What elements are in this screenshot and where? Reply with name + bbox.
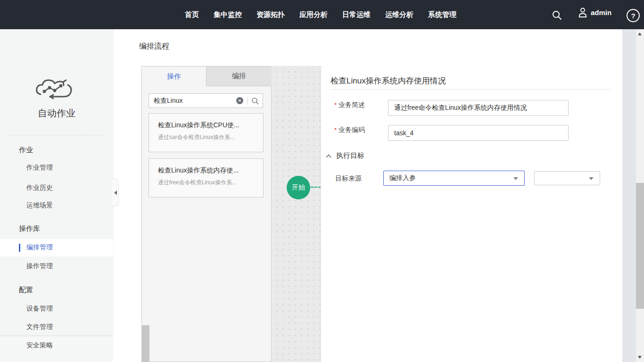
scrollbar-down-arrow-icon[interactable]	[638, 356, 642, 359]
content-right-margin	[622, 29, 636, 362]
nav-item-app-analysis[interactable]: 应用分析	[299, 10, 328, 19]
scrollbar-up-arrow-icon[interactable]	[638, 33, 642, 35]
automation-cloud-logo-icon	[34, 76, 77, 104]
nav-item-home[interactable]: 首页	[185, 10, 199, 19]
username-label: admin	[591, 8, 611, 16]
sidebar-item-job-management[interactable]: 作业管理	[26, 164, 102, 173]
operation-card-memory-check[interactable]: 检查Linux操作系统内存使... 通过free命令检查Linux操作系...	[149, 158, 264, 197]
flow-start-node[interactable]: 开始	[287, 176, 310, 199]
sidebar: 自动作业 作业 作业管理 作业历史 运维场景 操作库 编排管理 操作管理 配置 …	[0, 29, 113, 335]
business-code-input[interactable]	[388, 125, 569, 141]
nav-item-central-monitoring[interactable]: 集中监控	[214, 10, 242, 19]
title-divider	[330, 89, 611, 90]
section-label: 执行目标	[336, 151, 364, 160]
tab-operations[interactable]: 操作	[142, 66, 206, 86]
nav-item-system-management[interactable]: 系统管理	[428, 10, 456, 19]
property-panel-title: 检查Linux操作系统内存使用情况	[330, 75, 446, 86]
nav-item-daily-ops[interactable]: 日常运维	[342, 10, 371, 19]
top-nav-menu: 首页 集中监控 资源拓扑 应用分析 日常运维 运维分析 系统管理	[185, 0, 456, 29]
business-summary-input[interactable]	[388, 100, 569, 116]
search-icon[interactable]	[552, 10, 562, 20]
sidebar-section-operation-library: 操作库	[19, 224, 94, 234]
selected-indicator-bar	[19, 244, 20, 252]
field-label-business-code: *业务编码	[334, 126, 365, 134]
sidebar-section-configuration: 配置	[19, 286, 94, 295]
card-title: 检查Linux操作系统内存使...	[158, 166, 239, 175]
sidebar-item-file-management[interactable]: 文件管理	[26, 323, 102, 332]
operation-card-cpu-check[interactable]: 检查Linux操作系统CPU使... 通过sar命令检查Linux操作系...	[149, 113, 264, 152]
card-title: 检查Linux操作系统CPU使...	[158, 121, 239, 130]
sidebar-item-orchestration-management[interactable]: 编排管理	[0, 239, 113, 256]
sidebar-item-device-management[interactable]: 设备管理	[26, 304, 102, 314]
app-title: 自动作业	[0, 107, 113, 120]
page-scrollbar[interactable]	[636, 29, 644, 362]
execution-target-section-header[interactable]: 执行目标	[326, 151, 364, 160]
operation-list-panel: 操作 编排 检查Linux ✕ 检查Linux操作系统CPU使... 通过sar…	[141, 66, 272, 362]
page-title: 编排流程	[139, 41, 169, 51]
target-source-dropdown[interactable]: 编排入参	[383, 171, 525, 186]
tab-orchestration[interactable]: 编排	[206, 66, 272, 86]
operation-search-box[interactable]: 检查Linux ✕	[149, 93, 263, 108]
node-property-panel: 检查Linux操作系统内存使用情况 *业务简述 *业务编码 执行目标 目标来源 …	[321, 66, 622, 362]
card-description: 通过free命令检查Linux操作系...	[158, 179, 237, 187]
chevron-down-icon	[513, 177, 518, 180]
scrollbar-thumb[interactable]	[636, 183, 644, 309]
required-mark: *	[334, 126, 337, 133]
flow-connector-dashed-line	[311, 187, 321, 188]
collapse-left-arrow-icon	[114, 190, 117, 195]
sidebar-item-ops-scenario[interactable]: 运维场景	[26, 201, 102, 211]
clear-search-icon[interactable]: ✕	[236, 97, 243, 104]
sidebar-divider	[9, 135, 105, 135]
top-navigation-bar: 首页 集中监控 资源拓扑 应用分析 日常运维 运维分析 系统管理 admin ?	[0, 0, 644, 29]
user-menu[interactable]: admin	[578, 7, 611, 17]
search-input[interactable]: 检查Linux	[154, 97, 236, 105]
field-label-business-summary: *业务简述	[334, 101, 365, 109]
field-label-target-source: 目标来源	[335, 174, 362, 183]
dropdown-value: 编排入参	[389, 174, 416, 182]
sidebar-item-label: 编排管理	[26, 243, 53, 252]
nav-item-resource-topology[interactable]: 资源拓扑	[256, 10, 285, 19]
card-description: 通过sar命令检查Linux操作系...	[158, 133, 235, 141]
search-submit-icon[interactable]	[251, 97, 259, 105]
user-icon	[578, 7, 587, 17]
sidebar-section-jobs: 作业	[19, 146, 94, 155]
chevron-down-icon	[589, 177, 594, 180]
sidebar-item-operation-management[interactable]: 操作管理	[26, 262, 102, 272]
target-secondary-dropdown[interactable]	[534, 171, 600, 185]
search-divider	[247, 97, 248, 105]
flow-canvas[interactable]	[272, 66, 321, 362]
sidebar-item-security-policy[interactable]: 安全策略	[26, 341, 102, 351]
chevron-up-icon	[326, 154, 331, 158]
sidebar-collapse-handle[interactable]	[112, 179, 119, 206]
nav-item-ops-analysis[interactable]: 运维分析	[385, 10, 413, 19]
required-mark: *	[334, 101, 337, 108]
panel-scrollbar-thumb[interactable]	[141, 325, 149, 362]
sidebar-item-job-history[interactable]: 作业历史	[26, 184, 102, 193]
help-icon[interactable]: ?	[627, 9, 640, 22]
